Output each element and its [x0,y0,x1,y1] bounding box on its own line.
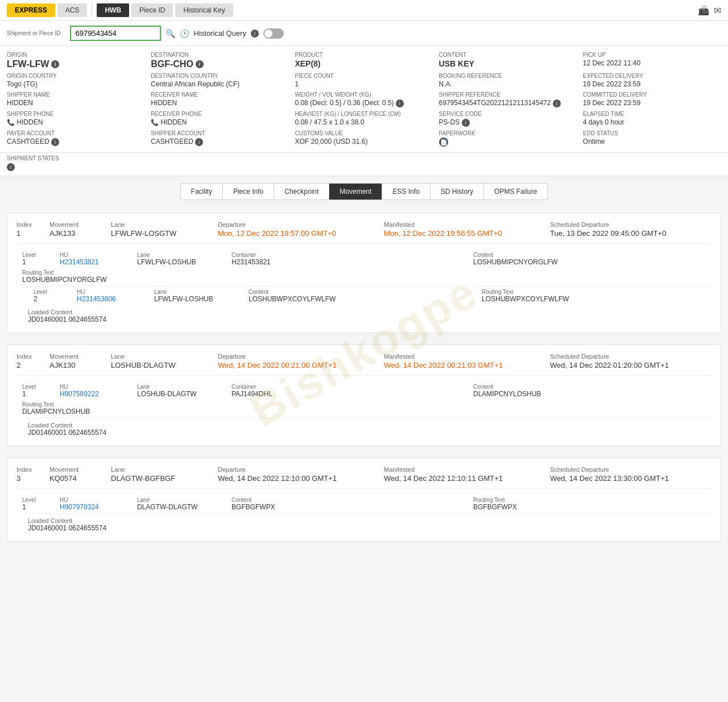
index-col-1: Index 1 [16,221,45,238]
booking-ref-label: Booking Reference [439,73,577,79]
tab-movement[interactable]: Movement [329,183,382,200]
tab-hwb[interactable]: HWB [97,3,129,17]
piece-count-value: 1 [295,80,433,88]
shipper-phone-icon: 📞 [7,119,15,126]
index-col-3: Index 3 [16,466,45,483]
search-input[interactable] [70,26,161,41]
shipper-name-label: Shipper Name [7,92,145,98]
shipment-states-info-icon[interactable]: i [7,163,15,171]
edd-status-section: EDD Status Ontime [583,130,721,147]
tab-acs[interactable]: ACS [57,3,88,17]
booking-ref-value: N.A. [439,80,577,88]
departure-col-3: Departure Wed, 14 Dec 2022 12:10:00 GMT+… [218,466,379,483]
destination-section: Destination BGF-CHO i [151,52,289,69]
tab-historicalkey[interactable]: Historical Key [175,3,233,17]
pickup-label: Pick Up [583,52,721,58]
destination-value: BGF-CHO i [151,59,289,69]
expected-delivery-label: Expected Delivery [583,73,721,79]
paperwork-icon: 📄 [439,138,448,147]
shipper-account-section: Shipper Account CASHTGEED i [151,130,289,147]
email-icon-btn[interactable]: ✉ [714,5,721,16]
sub-row-2-1: Level 1 HU H907589222 Lane LOSHUB-DLAGTW… [22,381,712,418]
info-grid: Origin LFW-LFW i Destination BGF-CHO i P… [0,46,728,153]
expected-delivery-value: 19 Dec 2022 23:59 [583,80,721,88]
weight-info-icon[interactable]: i [396,99,404,107]
service-code-info-icon[interactable]: i [462,119,470,127]
committed-delivery-value: 19 Dec 2022 23:59 [583,99,721,107]
customs-value-value: XOF 20,000 (USD 31.6) [295,138,433,146]
product-label: Product [295,52,433,58]
destination-info-icon[interactable]: i [196,60,204,68]
shipper-ref-value: 6979543454TG20221212113145472 i [439,99,577,107]
tab-facility[interactable]: Facility [180,183,223,200]
movement-col-2: Movement AJK130 [49,353,106,369]
search-button[interactable]: 🔍 [166,29,175,38]
tab-piece-info[interactable]: Piece Info [223,183,274,200]
movement-col-3: Movement KQ0574 [49,466,106,483]
origin-info-icon[interactable]: i [51,60,59,68]
movement-card-2: Index 2 Movement AJK130 Lane LOSHUB-DLAG… [7,344,721,446]
movement-col-1: Movement AJK133 [49,221,106,238]
shipper-phone-label: Shipper Phone [7,111,145,117]
tab-ess-info[interactable]: ESS Info [382,183,430,200]
historical-toggle[interactable] [263,28,284,39]
movement-header-2: Index 2 Movement AJK130 Lane LOSHUB-DLAG… [16,353,712,376]
content-value: USB KEY [439,59,577,68]
destination-country-label: Destination Country [151,73,289,79]
tab-separator [92,3,92,17]
edd-status-value: Ontime [583,138,721,146]
elapsed-time-value: 4 days 0 hour [583,118,721,126]
shipper-ref-section: Shipper Reference 6979543454TG2022121211… [439,92,577,107]
top-bar: EXPRESS ACS HWB Piece ID Historical Key … [0,0,728,21]
edd-status-label: EDD Status [583,130,721,136]
info-icon-hq[interactable]: i [251,30,259,38]
toggle-slider [263,28,284,39]
pickup-value: 12 Dec 2022 11:40 [583,59,721,67]
destination-country-value: Central African Republic (CF) [151,80,289,88]
committed-delivery-section: Committed Delivery 19 Dec 2022 23:59 [583,92,721,107]
destination-label: Destination [151,52,289,58]
origin-section: Origin LFW-LFW i [7,52,145,69]
weight-value: 0.08 (Decl: 0.5) / 0.36 (Decl: 0.5) i [295,99,433,107]
hu-link-1-1[interactable]: H231453821 [60,258,99,266]
weight-section: Weight / Vol Weight (Kg) 0.08 (Decl: 0.5… [295,92,433,107]
piece-count-section: Piece Count 1 [295,73,433,88]
payer-info-icon[interactable]: i [51,138,59,146]
heaviest-section: Heaviest (Kg) / Longest Piece (cm) 0.08 … [295,111,433,127]
tab-express[interactable]: EXPRESS [7,3,55,17]
origin-country-value: Togo (TG) [7,80,145,88]
movement-header-1: Index 1 Movement AJK133 Lane LFWLFW-LOSG… [16,221,712,244]
tab-pieceid[interactable]: Piece ID [131,3,173,17]
piece-count-label: Piece Count [295,73,433,79]
origin-value: LFW-LFW i [7,59,145,69]
history-button[interactable]: 🕐 [180,29,189,38]
fax-icon-btn[interactable]: 📠 [698,5,709,16]
receiver-phone-label: Receiver Phone [151,111,289,117]
shipper-ref-info-icon[interactable]: i [553,99,561,107]
hu-link-1-inner-1[interactable]: H231453806 [77,295,116,303]
scheduled-departure-col-3: Scheduled Departure Wed, 14 Dec 2022 13:… [550,466,712,483]
movement-card-3: Index 3 Movement KQ0574 Lane DLAGTW-BGFB… [7,458,721,542]
receiver-name-section: Receiver Name HIDDEN [151,92,289,107]
hu-link-2-1[interactable]: H907589222 [60,390,99,398]
departure-col-2: Departure Wed, 14 Dec 2022 00:21:00 GMT+… [218,353,379,369]
shipper-name-value: HIDDEN [7,99,145,107]
service-code-section: Service Code PS-DS i [439,111,577,127]
lane-col-1: Lane LFWLFW-LOSGTW [111,221,213,238]
shipper-ref-label: Shipper Reference [439,92,577,98]
heaviest-label: Heaviest (Kg) / Longest Piece (cm) [295,111,433,117]
expected-delivery-section: Expected Delivery 19 Dec 2022 23:59 [583,73,721,88]
payer-account-value: CASHTGEED i [7,138,145,146]
sub-table-1: Level 1 HU H231453821 Lane LFWLFW-LOSHUB… [16,250,712,325]
hu-link-3-1[interactable]: H907970324 [60,503,99,511]
origin-country-label: Origin Country [7,73,145,79]
tab-sd-history[interactable]: SD History [431,183,484,200]
service-code-label: Service Code [439,111,577,117]
tab-opms-failure[interactable]: OPMS Failure [484,183,548,200]
tab-checkpoint[interactable]: Checkpoint [274,183,329,200]
loaded-content-3: Loaded Content JD01460001 0624655574 [22,514,712,533]
content-area: Index 1 Movement AJK133 Lane LFWLFW-LOSG… [0,207,728,559]
receiver-phone-icon: 📞 [151,119,159,126]
tabs-nav: Facility Piece Info Checkpoint Movement … [0,176,728,207]
shipper-account-info-icon[interactable]: i [195,138,203,146]
